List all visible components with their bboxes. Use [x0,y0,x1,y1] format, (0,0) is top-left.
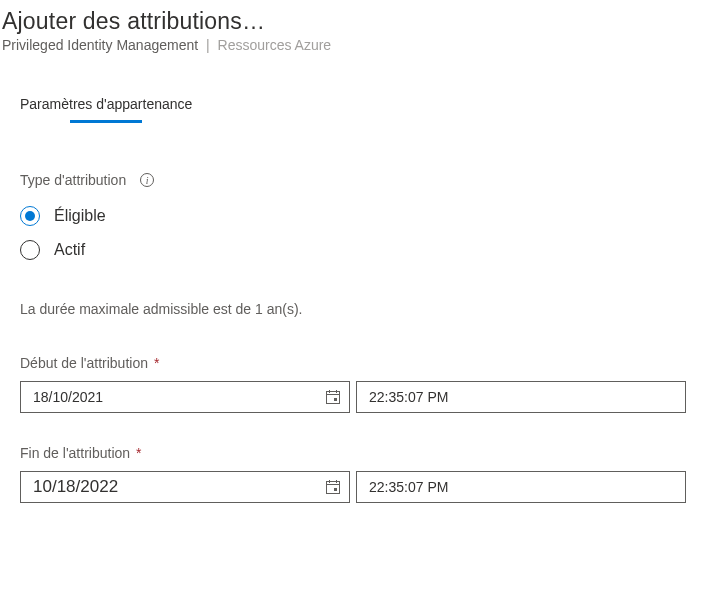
assignment-type-label: Type d'attribution i [20,172,154,188]
radio-eligible-label: Éligible [54,207,106,225]
start-label: Début de l'attribution* [20,355,696,371]
info-icon[interactable]: i [140,173,154,187]
end-time-input[interactable] [356,471,686,503]
svg-rect-9 [334,488,337,491]
svg-rect-0 [327,392,340,404]
calendar-icon[interactable] [325,389,341,405]
breadcrumb: Privileged Identity Management | Ressour… [2,37,716,53]
breadcrumb-sub[interactable]: Ressources Azure [218,37,332,53]
assignment-type-radio-group: Éligible Actif [20,199,696,267]
breadcrumb-separator: | [206,37,210,53]
tab-underline [70,120,142,123]
svg-rect-5 [327,482,340,494]
svg-rect-4 [334,398,337,401]
required-indicator: * [154,355,159,371]
page-title: Ajouter des attributions… [2,8,716,35]
start-date-value: 18/10/2021 [33,389,103,405]
tab-membership-settings[interactable]: Paramètres d'appartenance [20,96,192,112]
end-date-input[interactable]: 10/18/2022 [20,471,350,503]
radio-icon [20,206,40,226]
max-duration-hint: La durée maximale admissible est de 1 an… [20,301,696,317]
start-time-field[interactable] [369,389,677,405]
breadcrumb-main[interactable]: Privileged Identity Management [2,37,198,53]
radio-active[interactable]: Actif [20,233,696,267]
end-time-field[interactable] [369,479,677,495]
radio-eligible[interactable]: Éligible [20,199,696,233]
calendar-icon[interactable] [325,479,341,495]
radio-active-label: Actif [54,241,85,259]
required-indicator: * [136,445,141,461]
end-date-value: 10/18/2022 [33,477,118,497]
radio-icon [20,240,40,260]
start-time-input[interactable] [356,381,686,413]
start-date-input[interactable]: 18/10/2021 [20,381,350,413]
section-title-label: Paramètres d'appartenance [20,96,192,112]
end-label: Fin de l'attribution* [20,445,696,461]
